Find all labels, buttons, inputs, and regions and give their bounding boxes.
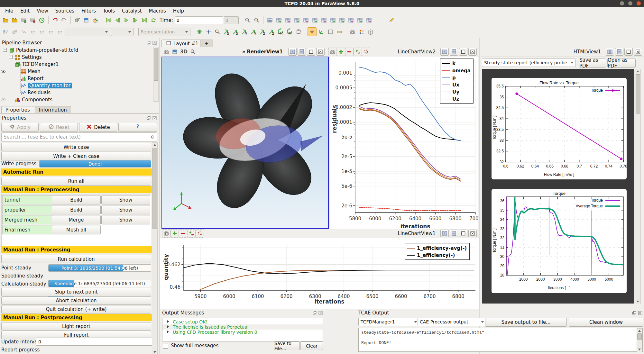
3d-toggle[interactable]: 3D (179, 49, 189, 55)
isometric-view-icon[interactable] (294, 28, 303, 36)
tab-properties[interactable]: Properties (1, 106, 34, 113)
edit-pencil-icon[interactable] (387, 16, 396, 24)
hover-points-icon[interactable] (365, 16, 373, 24)
split-vertical-icon[interactable] (615, 48, 623, 56)
time-index-input[interactable] (224, 16, 239, 24)
maximize-view-icon[interactable] (459, 230, 467, 237)
zoom-select-icon[interactable] (244, 16, 252, 24)
menu-macros[interactable]: Macros (146, 8, 169, 14)
split-horizontal-icon[interactable] (440, 48, 449, 56)
show-full-messages[interactable]: Show full messages (163, 343, 218, 349)
view-plusZ-button[interactable]: Z+ (258, 28, 267, 36)
htmlview-title[interactable]: HTMLView1 (574, 49, 601, 55)
vertical-splitter[interactable] (479, 38, 480, 354)
adjust-series-icon[interactable] (187, 229, 196, 238)
write-case-button[interactable]: Write case (1, 143, 151, 151)
delete-button[interactable]: Delete (79, 123, 117, 132)
menu-help[interactable]: Help (170, 8, 187, 14)
pre-row-merged-mesh-merge-button[interactable]: Merge (52, 215, 101, 224)
open-as-pdf-button[interactable]: Open as PDF (607, 59, 636, 68)
select-points-polygon-icon[interactable] (320, 16, 328, 24)
apply-button[interactable]: Apply (1, 123, 39, 132)
quit-calculation-button[interactable]: Quit calculation (+ write) (1, 305, 151, 313)
scatter-icon[interactable] (196, 229, 204, 238)
pipeline-item-residuals[interactable]: Residuals (0, 89, 159, 96)
time-track-4-icon[interactable] (56, 28, 64, 36)
reset-button[interactable]: Reset (40, 123, 78, 132)
add-series-icon[interactable] (337, 48, 345, 56)
output-message[interactable]: The license is issued as Perpetual (162, 324, 323, 330)
tcae-console-scrollbar[interactable] (637, 328, 642, 352)
select-points-through-icon[interactable] (302, 16, 310, 24)
panel-splitter[interactable]: ······ (0, 101, 159, 105)
tcae-output-type-select[interactable]: CAE Processor output (418, 318, 486, 326)
close-button[interactable] (637, 1, 641, 5)
menu-catalyst[interactable]: Catalyst (119, 8, 145, 14)
scatter-icon[interactable] (362, 48, 370, 56)
select-cells-through-icon[interactable] (293, 16, 301, 24)
update-interval-input[interactable]: 0 (36, 338, 153, 346)
rotate-minus90-button[interactable]: -90 (285, 28, 294, 36)
glyph-filter-icon[interactable] (11, 28, 19, 36)
orientation-axes-icon[interactable] (317, 28, 326, 36)
pre-row-propeller-show-button[interactable]: Show (101, 205, 150, 214)
float-panel-icon[interactable] (632, 311, 637, 315)
vcr-first-icon[interactable] (104, 16, 113, 24)
zoom-box-icon[interactable] (189, 48, 197, 56)
ruler-icon[interactable] (335, 28, 344, 36)
skip-to-next-point-button[interactable]: Skip to next point (1, 288, 151, 296)
remove-series-icon[interactable] (179, 229, 187, 238)
time-track-1-icon[interactable] (29, 28, 37, 36)
grid-3d-icon[interactable] (366, 28, 375, 36)
window-controls[interactable] (617, 1, 641, 6)
run-calculation-button[interactable]: Run calculation (1, 255, 151, 263)
pipeline-scrollbar[interactable] (153, 47, 159, 102)
clear-button[interactable]: Clear (300, 341, 323, 350)
float-panel-icon[interactable] (312, 311, 317, 315)
maximize-view-icon[interactable] (459, 48, 467, 56)
clean-window-button[interactable]: Clean window (569, 318, 643, 327)
close-panel-icon[interactable] (638, 311, 643, 315)
remove-series-icon[interactable] (345, 48, 354, 56)
vcr-prev-icon[interactable] (113, 16, 122, 24)
camera-icon[interactable] (348, 28, 357, 36)
maximize-view-icon[interactable] (307, 48, 315, 56)
view-minusY-button[interactable]: Y- (249, 28, 258, 36)
view-plusY-button[interactable]: Y+ (240, 28, 249, 36)
abort-calculation-button[interactable]: Abort calculation (1, 296, 151, 305)
pre-row-merged-mesh-show-button[interactable]: Show (101, 215, 150, 224)
float-panel-icon[interactable] (146, 116, 151, 121)
time-track-2-icon[interactable] (38, 28, 46, 36)
vcr-last-icon[interactable] (140, 16, 149, 24)
select-points-on-icon[interactable] (284, 16, 292, 24)
add-layout-tab[interactable]: + (200, 40, 213, 47)
output-message[interactable]: Case setup OK! (162, 319, 323, 324)
select-block-icon[interactable] (329, 16, 337, 24)
link-broken-icon[interactable] (20, 28, 28, 36)
tab-information[interactable]: Information (35, 106, 71, 113)
html-scrollbar[interactable] (635, 69, 641, 304)
select-cells-on-icon[interactable] (275, 16, 283, 24)
chart-camera-icon[interactable] (328, 48, 337, 56)
pipeline-item-potsdam-propeller-stl-tcfd[interactable]: Potsdam-propeller-stl.tcfd (0, 47, 159, 54)
pre-row-tunnel-show-button[interactable]: Show (101, 195, 150, 204)
time-input[interactable] (175, 16, 223, 24)
save-as-pdf-button[interactable]: Save as PDF (579, 59, 606, 68)
color-map-edit-icon[interactable] (2, 28, 10, 36)
component-select[interactable] (111, 28, 133, 36)
vcr-play-icon[interactable] (122, 16, 131, 24)
close-panel-icon[interactable] (152, 116, 157, 121)
save-output-button[interactable]: Save output to file... (485, 318, 567, 327)
close-view-icon[interactable] (468, 48, 477, 56)
pipeline-item-settings[interactable]: Settings (0, 54, 159, 61)
expand-arrow-icon[interactable] (166, 324, 170, 330)
close-panel-icon[interactable] (152, 41, 157, 45)
adjust-series-icon[interactable] (354, 48, 362, 56)
pipeline-item-quantity-monitor[interactable]: Quantity monitor (0, 82, 159, 89)
renderview-title[interactable]: RenderView1 (247, 49, 283, 55)
zoom-data-icon[interactable] (253, 16, 261, 24)
tcae-console[interactable]: steadystate-tcfdcase0-efficiency1/tcfdca… (358, 328, 643, 352)
close-panel-icon[interactable] (318, 311, 323, 315)
split-vertical-icon[interactable] (450, 48, 458, 56)
split-vertical-icon[interactable] (450, 230, 458, 237)
